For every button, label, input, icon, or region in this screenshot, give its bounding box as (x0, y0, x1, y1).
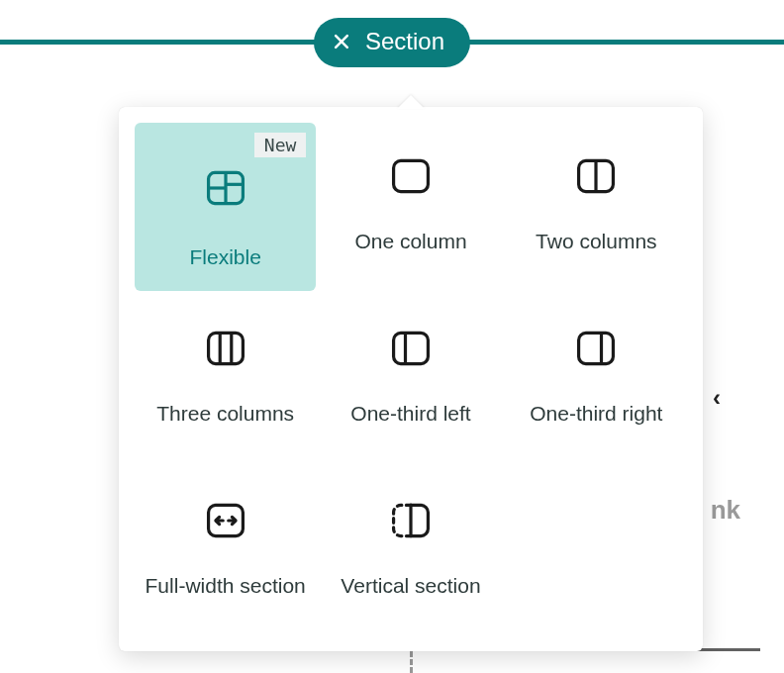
svg-rect-14 (579, 333, 614, 363)
background-glyph: ‹ (713, 384, 721, 412)
full-width-icon (204, 499, 247, 542)
popover-arrow (397, 95, 425, 109)
background-text: nk (711, 495, 740, 526)
option-flexible[interactable]: New Flexible (135, 123, 316, 291)
flexible-layout-icon (204, 166, 247, 210)
section-picker-popover: New Flexible One column (119, 107, 703, 651)
option-label: Two columns (536, 228, 657, 254)
option-one-column[interactable]: One column (320, 123, 501, 291)
option-one-third-right[interactable]: One-third right (506, 295, 687, 463)
svg-rect-9 (208, 333, 243, 363)
three-columns-icon (204, 327, 247, 370)
option-label: One-third left (350, 400, 470, 427)
section-pill-label: Section (365, 28, 444, 55)
svg-rect-12 (394, 333, 429, 363)
option-full-width-section[interactable]: Full-width section (135, 467, 316, 635)
one-third-right-icon (574, 327, 618, 370)
section-pill-button[interactable]: Section (314, 18, 470, 67)
option-label: Full-width section (146, 572, 306, 599)
option-label: One-third right (530, 400, 662, 427)
section-options-grid: New Flexible One column (135, 123, 687, 635)
new-badge: New (254, 133, 307, 157)
svg-rect-6 (394, 160, 429, 191)
option-label: One column (354, 228, 466, 254)
option-vertical-section[interactable]: Vertical section (320, 467, 501, 635)
vertical-section-icon (389, 499, 433, 542)
svg-rect-16 (208, 505, 243, 535)
two-columns-icon (574, 154, 618, 198)
option-three-columns[interactable]: Three columns (135, 295, 316, 463)
one-column-icon (389, 154, 433, 198)
option-label: Flexible (189, 243, 260, 270)
option-label: Three columns (156, 400, 294, 427)
option-two-columns[interactable]: Two columns (506, 123, 687, 291)
option-one-third-left[interactable]: One-third left (320, 295, 501, 463)
close-icon[interactable] (332, 32, 351, 51)
one-third-left-icon (389, 327, 433, 370)
option-label: Vertical section (341, 572, 480, 599)
